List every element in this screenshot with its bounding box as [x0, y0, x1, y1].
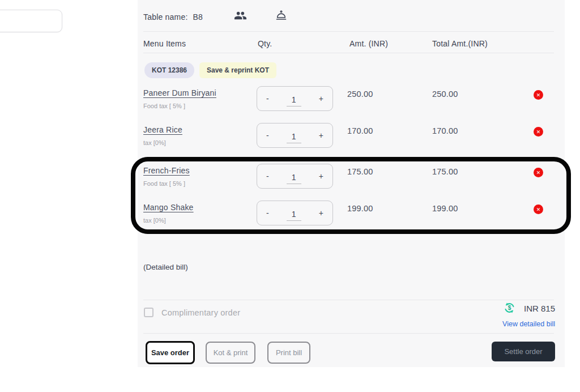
- order-item-row: French-Fries Food tax [ 5% ] - 1 + 175.0…: [138, 164, 565, 192]
- col-header-menu: Menu Items: [143, 39, 186, 48]
- item-name-link[interactable]: Jeera Rice: [143, 125, 182, 134]
- empty-input-box[interactable]: [0, 10, 62, 32]
- col-header-amt: Amt. (INR): [349, 39, 388, 48]
- order-item-row: Mango Shake tax [0%] - 1 + 199.00 199.00…: [138, 201, 565, 229]
- item-total-amount: 199.00: [432, 204, 458, 213]
- guests-button[interactable]: [234, 9, 247, 24]
- quantity-stepper: - 1 +: [257, 86, 333, 111]
- quantity-stepper: - 1 +: [257, 123, 333, 148]
- item-tax-label: tax [0%]: [143, 217, 166, 224]
- qty-value[interactable]: 1: [287, 210, 301, 221]
- item-amount: 250.00: [347, 90, 373, 99]
- qty-value[interactable]: 1: [287, 173, 301, 184]
- table-name-value: B8: [193, 12, 203, 22]
- complimentary-order-label: Complimentary order: [161, 308, 240, 317]
- service-button[interactable]: [275, 8, 288, 25]
- kot-number-badge: KOT 12386: [144, 62, 194, 78]
- item-total-amount: 250.00: [432, 90, 458, 99]
- quantity-stepper: - 1 +: [257, 201, 333, 225]
- item-amount: 170.00: [347, 126, 373, 135]
- save-reprint-kot-button[interactable]: Save & reprint KOT: [199, 62, 276, 78]
- order-item-row: Jeera Rice tax [0%] - 1 + 170.00 170.00 …: [138, 123, 565, 151]
- qty-decrease-button[interactable]: -: [266, 209, 269, 217]
- item-tax-label: Food tax [ 5% ]: [143, 180, 185, 187]
- view-detailed-bill-link[interactable]: View detailed bill: [502, 320, 555, 328]
- order-total-amount: INR 815: [524, 304, 555, 313]
- people-icon: [234, 14, 247, 24]
- divider: [143, 333, 554, 334]
- order-item-row: Paneer Dum Biryani Food tax [ 5% ] - 1 +…: [138, 86, 565, 114]
- qty-decrease-button[interactable]: -: [266, 95, 269, 103]
- currency-refresh-icon: $: [503, 301, 516, 317]
- qty-increase-button[interactable]: +: [319, 172, 323, 180]
- divider: [143, 300, 554, 300]
- svg-text:$: $: [508, 305, 511, 311]
- kot-print-button[interactable]: Kot & print: [206, 342, 255, 364]
- qty-increase-button[interactable]: +: [319, 95, 323, 103]
- item-name-link[interactable]: Paneer Dum Biryani: [143, 88, 216, 97]
- col-header-total: Total Amt.(INR): [432, 39, 488, 48]
- service-bell-icon: [275, 15, 288, 24]
- item-name-link[interactable]: French-Fries: [143, 166, 190, 175]
- item-tax-label: tax [0%]: [143, 139, 166, 146]
- qty-value[interactable]: 1: [287, 95, 301, 106]
- item-total-amount: 175.00: [432, 167, 458, 176]
- divider: [143, 53, 554, 53]
- qty-decrease-button[interactable]: -: [266, 131, 269, 139]
- order-panel: Table name: B8 Menu Items Qty. Amt. (INR…: [138, 0, 565, 367]
- qty-decrease-button[interactable]: -: [266, 172, 269, 180]
- item-amount: 199.00: [347, 204, 373, 213]
- quantity-stepper: - 1 +: [257, 164, 333, 189]
- item-name-link[interactable]: Mango Shake: [143, 203, 194, 212]
- delete-item-icon[interactable]: ✕: [534, 204, 543, 214]
- delete-item-icon[interactable]: ✕: [534, 168, 543, 177]
- delete-item-icon[interactable]: ✕: [534, 90, 543, 100]
- qty-increase-button[interactable]: +: [319, 131, 323, 139]
- settle-order-button[interactable]: Settle order: [492, 342, 555, 361]
- qty-increase-button[interactable]: +: [319, 209, 323, 217]
- table-name-row: Table name: B8: [143, 12, 203, 22]
- qty-value[interactable]: 1: [287, 132, 301, 143]
- table-name-label: Table name:: [143, 12, 187, 22]
- complimentary-order-checkbox[interactable]: [144, 308, 153, 317]
- divider: [143, 31, 554, 32]
- col-header-qty: Qty.: [258, 39, 272, 48]
- item-amount: 175.00: [347, 167, 373, 176]
- save-order-button[interactable]: Save order: [146, 341, 195, 364]
- delete-item-icon[interactable]: ✕: [534, 127, 543, 137]
- detailed-bill-label: (Detailed bill): [143, 263, 188, 271]
- item-total-amount: 170.00: [432, 126, 458, 135]
- item-tax-label: Food tax [ 5% ]: [143, 103, 185, 109]
- print-bill-button[interactable]: Print bill: [267, 342, 310, 364]
